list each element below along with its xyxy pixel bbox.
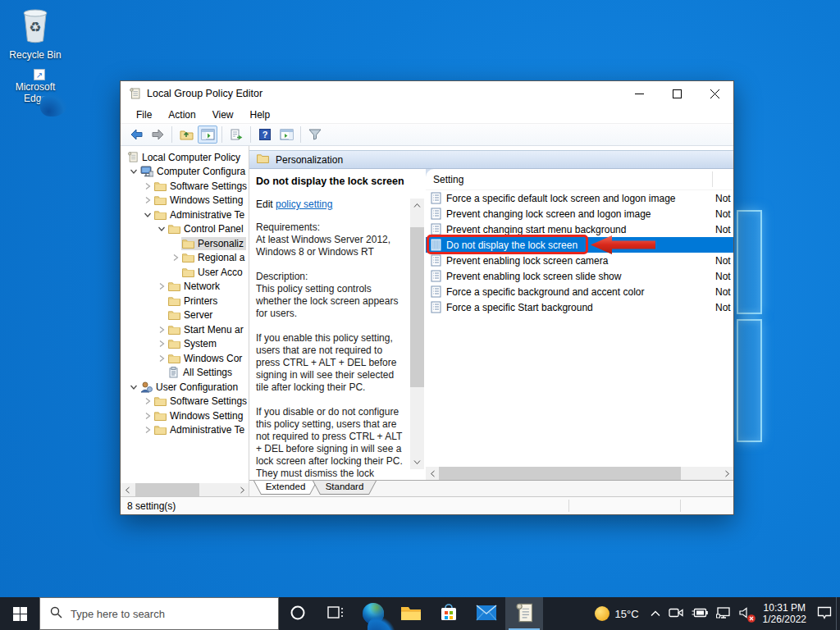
tree-item-administrative-te[interactable]: Administrative Te (121, 208, 249, 222)
tree-item-personaliz[interactable]: Personaliz (121, 236, 249, 251)
tree-item-user-configuration[interactable]: User Configuration (121, 380, 249, 395)
start-button[interactable] (0, 597, 39, 630)
mail-button[interactable] (468, 597, 505, 630)
tree-item-start-menu-ar[interactable]: Start Menu ar (121, 322, 249, 337)
file-explorer-button[interactable] (392, 597, 430, 630)
export-list-icon[interactable] (226, 126, 246, 144)
cortana-button[interactable] (279, 597, 317, 630)
chevron-right-icon[interactable] (170, 253, 181, 262)
tree-item-windows-cor[interactable]: Windows Cor (121, 351, 249, 366)
chevron-right-icon[interactable] (156, 326, 167, 334)
tree-item-user-acco[interactable]: User Acco (121, 265, 249, 280)
tray-overflow-button[interactable] (646, 597, 664, 630)
console-tree-icon[interactable] (198, 126, 217, 144)
chevron-right-icon[interactable] (142, 426, 153, 434)
tree-item-system[interactable]: System (121, 337, 249, 352)
show-desktop-button[interactable] (836, 597, 840, 630)
chevron-right-icon[interactable] (142, 182, 153, 190)
title-bar[interactable]: Local Group Policy Editor (121, 81, 733, 106)
tree-item-administrative-te[interactable]: Administrative Te (121, 423, 249, 438)
task-view-button[interactable] (317, 597, 354, 630)
folder-icon (154, 195, 167, 205)
tree-item-software-settings[interactable]: Software Settings (121, 395, 249, 409)
maximize-button[interactable] (658, 81, 696, 106)
column-divider[interactable] (712, 171, 713, 187)
edit-policy-setting-link[interactable]: policy setting (276, 199, 332, 210)
weather-widget[interactable]: 15°C (591, 597, 646, 630)
list-horizontal-scrollbar[interactable] (426, 467, 733, 480)
scroll-up-icon[interactable] (410, 199, 424, 212)
column-header-row[interactable]: Setting (426, 169, 733, 190)
up-folder-icon[interactable] (176, 126, 196, 144)
setting-row-force-a-specific-default-lock-screen-and-logon-image[interactable]: Force a specific default lock screen and… (426, 190, 733, 206)
tab-extended[interactable]: Extended (253, 481, 317, 495)
edge-taskbar-button[interactable] (354, 597, 392, 630)
network-button[interactable] (712, 597, 735, 630)
tree-item-local-computer-policy[interactable]: Local Computer Policy (121, 150, 249, 165)
tree-item-windows-setting[interactable]: Windows Setting (121, 409, 249, 423)
tree-item-network[interactable]: Network (121, 280, 249, 294)
back-icon[interactable] (126, 126, 146, 144)
scroll-left-icon[interactable] (121, 483, 134, 496)
tree-item-control-panel[interactable]: Control Panel (121, 222, 249, 237)
tree-item-windows-setting[interactable]: Windows Setting (121, 194, 249, 208)
battery-button[interactable] (687, 597, 712, 630)
tree-item-software-settings[interactable]: Software Settings (121, 179, 249, 194)
gpedit-taskbar-button[interactable] (505, 597, 543, 630)
chevron-down-icon[interactable] (142, 212, 153, 218)
battery-icon (692, 608, 708, 620)
scroll-right-icon[interactable] (235, 483, 249, 496)
tree-item-computer-configura[interactable]: Computer Configura (121, 165, 249, 180)
menu-help[interactable]: Help (243, 107, 278, 122)
details-vertical-scrollbar[interactable] (410, 199, 424, 469)
minimize-button[interactable] (620, 81, 658, 106)
tab-standard[interactable]: Standard (313, 481, 377, 495)
setting-row-prevent-changing-lock-screen-and-logon-image[interactable]: Prevent changing lock screen and logon i… (426, 206, 733, 221)
desktop-icon-recycle-bin[interactable]: ♻ Recycle Bin (0, 5, 71, 61)
setting-row-force-a-specific-background-and-accent-color[interactable]: Force a specific background and accent c… (426, 284, 733, 299)
tree-item-server[interactable]: Server (121, 308, 249, 323)
taskbar-search-input[interactable]: Type here to search (39, 597, 279, 630)
policy-text-paragraph: If you disable or do not configure this … (256, 406, 406, 480)
help-icon[interactable]: ? (255, 126, 275, 144)
tree-item-all-settings[interactable]: All Settings (121, 366, 249, 381)
setting-column-header[interactable]: Setting (433, 174, 463, 185)
chevron-right-icon[interactable] (142, 397, 153, 405)
action-center-button[interactable] (813, 597, 836, 630)
chevron-right-icon[interactable] (142, 196, 153, 204)
chevron-right-icon[interactable] (156, 282, 167, 290)
chevron-right-icon[interactable] (142, 412, 153, 420)
chevron-right-icon[interactable] (156, 354, 167, 363)
status-text: 8 setting(s) (127, 500, 176, 512)
tree-horizontal-scrollbar[interactable] (121, 483, 249, 496)
scroll-down-icon[interactable] (410, 455, 424, 469)
search-icon (50, 606, 62, 621)
scroll-right-icon[interactable] (720, 467, 733, 480)
policy-icon (431, 285, 441, 298)
setting-row-prevent-changing-start-menu-background[interactable]: Prevent changing start menu backgroundNo… (426, 221, 733, 237)
filter-icon[interactable] (305, 126, 325, 144)
start-icon (13, 607, 27, 621)
desktop-icon-microsoft-edge[interactable]: ↗ Microsoft Edge (0, 79, 71, 104)
chevron-down-icon[interactable] (156, 226, 167, 232)
chevron-down-icon[interactable] (128, 384, 139, 390)
chevron-down-icon[interactable] (128, 168, 139, 175)
scroll-left-icon[interactable] (426, 467, 439, 480)
tree-item-regional-a[interactable]: Regional a (121, 251, 249, 266)
menu-action[interactable]: Action (161, 107, 203, 122)
setting-row-prevent-enabling-lock-screen-slide-show[interactable]: Prevent enabling lock screen slide showN… (426, 268, 733, 284)
forward-icon[interactable] (148, 126, 167, 144)
taskbar-clock[interactable]: 10:31 PM 1/26/2022 (756, 597, 813, 630)
setting-row-prevent-enabling-lock-screen-camera[interactable]: Prevent enabling lock screen cameraNot (426, 253, 733, 268)
menu-file[interactable]: File (129, 107, 159, 122)
setting-row-do-not-display-the-lock-screen[interactable]: Do not display the lock screen (426, 237, 733, 253)
action-pane-icon[interactable] (276, 126, 296, 144)
menu-view[interactable]: View (205, 107, 241, 122)
chevron-right-icon[interactable] (156, 340, 167, 348)
close-button[interactable] (696, 81, 733, 106)
volume-button[interactable] (735, 597, 756, 630)
tree-item-printers[interactable]: Printers (121, 294, 249, 308)
setting-row-force-a-specific-start-background[interactable]: Force a specific Start backgroundNot (426, 299, 733, 315)
meet-now-button[interactable] (664, 597, 687, 630)
store-button[interactable] (430, 597, 468, 630)
